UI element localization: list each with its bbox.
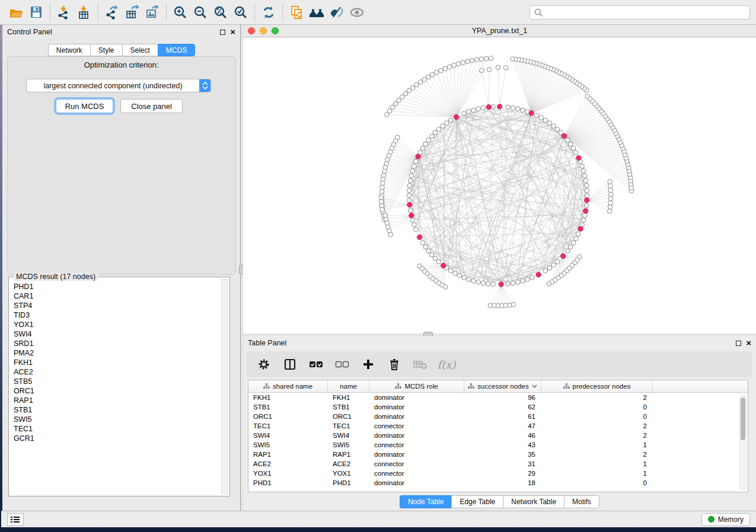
mcds-result-item[interactable]: RAP1	[11, 396, 220, 405]
cell-shared-name: FKH1	[248, 394, 328, 401]
table-row[interactable]: YOX1YOX1connector291	[248, 469, 748, 478]
mcds-result-item[interactable]: CAR1	[11, 291, 220, 301]
table-row[interactable]: ACE2ACE2connector311	[248, 459, 748, 469]
cell-name: ORC1	[328, 413, 369, 420]
delete-column-icon[interactable]	[385, 355, 403, 373]
network-view-canvas[interactable]	[243, 37, 756, 334]
table-row[interactable]: ORC1ORC1dominator610	[248, 412, 748, 421]
table-scrollbar[interactable]	[739, 395, 747, 490]
tab-network-table[interactable]: Network Table	[503, 495, 564, 508]
tab-select[interactable]: Select	[122, 44, 158, 56]
table-row[interactable]: STB1STB1dominator620	[248, 402, 748, 412]
table-row[interactable]: TEC1TEC1connector472	[248, 421, 748, 431]
mcds-result-item[interactable]: TID3	[11, 310, 220, 320]
export-image-icon[interactable]	[142, 3, 162, 22]
search-input[interactable]	[543, 8, 746, 17]
show-columns-icon[interactable]	[281, 355, 299, 373]
cell-successor-nodes: 29	[464, 470, 541, 477]
zoom-fit-icon[interactable]	[210, 3, 231, 22]
tab-mcds[interactable]: MCDS	[158, 44, 195, 56]
mcds-result-item[interactable]: PHD1	[11, 282, 220, 291]
mcds-result-item[interactable]: STP4	[11, 301, 220, 310]
save-icon[interactable]	[26, 3, 46, 22]
mcds-result-item[interactable]: ORC1	[11, 386, 220, 396]
memory-button[interactable]: Memory	[701, 513, 750, 526]
tab-network[interactable]: Network	[48, 44, 90, 56]
open-file-icon[interactable]	[6, 3, 26, 22]
cell-predecessor-nodes: 1	[541, 441, 653, 448]
table-row[interactable]: SWI5SWI5connector431	[248, 440, 748, 450]
mcds-result-item[interactable]: YOX1	[11, 320, 220, 329]
network-window-title: YPA_prune.txt_1	[243, 27, 756, 35]
run-mcds-button[interactable]: Run MCDS	[56, 99, 113, 113]
create-column-icon[interactable]	[359, 355, 377, 373]
export-network-icon[interactable]	[102, 3, 122, 22]
mcds-result-item[interactable]: TEC1	[11, 424, 220, 434]
export-table-icon[interactable]	[122, 3, 142, 22]
mcds-result-item[interactable]: STB5	[11, 377, 220, 386]
zoom-out-icon[interactable]	[190, 3, 210, 22]
table-toolbar: f(x)	[247, 351, 752, 377]
tab-edge-table[interactable]: Edge Table	[451, 495, 503, 508]
share-document-icon[interactable]	[286, 3, 307, 22]
cell-successor-nodes: 46	[464, 432, 541, 439]
tab-node-table[interactable]: Node Table	[400, 495, 452, 508]
float-panel-icon[interactable]	[736, 341, 741, 346]
mcds-result-item[interactable]: SWI4	[11, 329, 220, 339]
table-scrollbar-thumb[interactable]	[741, 398, 745, 440]
column-header-successor-nodes[interactable]: successor nodes	[464, 380, 541, 392]
mcds-list-scrollbar[interactable]	[221, 279, 228, 494]
mcds-result-group: MCDS result (17 nodes) PHD1CAR1STP4TID3Y…	[8, 277, 230, 496]
cell-name: YOX1	[328, 470, 369, 477]
mcds-result-item[interactable]: STB1	[11, 405, 220, 415]
table-settings-icon[interactable]	[255, 355, 273, 373]
cell-name: PHD1	[328, 479, 369, 486]
binoculars-icon[interactable]	[307, 3, 327, 22]
mcds-result-item[interactable]: PMA2	[11, 348, 220, 358]
mcds-result-item[interactable]: SWI5	[11, 415, 220, 424]
mcds-result-item[interactable]: SRD1	[11, 339, 220, 348]
cell-predecessor-nodes: 1	[541, 460, 653, 467]
control-panel-title: Control Panel	[7, 28, 52, 36]
search-box[interactable]	[529, 5, 750, 20]
refresh-icon[interactable]	[259, 3, 279, 22]
close-panel-button[interactable]: Close panel	[120, 99, 183, 113]
table-row[interactable]: FKH1FKH1dominator962	[248, 393, 748, 402]
table-row[interactable]: PHD1PHD1dominator180	[248, 478, 748, 488]
column-header-name[interactable]: name	[328, 380, 369, 392]
mcds-result-item[interactable]: FKH1	[11, 358, 220, 367]
cell-name: SWI5	[328, 441, 369, 448]
mcds-result-item[interactable]: ACE2	[11, 367, 220, 377]
toolbar-separator	[282, 4, 283, 21]
show-graphics-details-icon[interactable]	[347, 3, 367, 22]
toolbar-separator	[166, 4, 167, 21]
optimization-criterion-select[interactable]: largest connected component (undirected)	[26, 79, 211, 92]
cell-shared-name: RAP1	[248, 451, 328, 458]
mcds-result-item[interactable]: GCR1	[11, 434, 220, 443]
memory-status-icon	[708, 516, 714, 523]
select-all-icon[interactable]	[307, 355, 325, 373]
import-table-icon[interactable]	[74, 3, 94, 22]
column-header-MCDS-role[interactable]: MCDS role	[369, 380, 464, 392]
column-header-predecessor-nodes[interactable]: predecessor nodes	[541, 380, 653, 392]
zoom-in-icon[interactable]	[170, 3, 190, 22]
tab-motifs[interactable]: Motifs	[564, 495, 599, 508]
tab-style[interactable]: Style	[90, 44, 122, 56]
hide-graphics-details-icon[interactable]	[327, 3, 347, 22]
float-panel-icon[interactable]	[220, 30, 225, 35]
deselect-all-icon[interactable]	[333, 355, 351, 373]
table-row[interactable]: SWI4SWI4dominator462	[248, 431, 748, 440]
column-header-shared-name[interactable]: shared name	[248, 380, 328, 392]
cell-successor-nodes: 47	[464, 422, 541, 430]
zoom-selected-icon[interactable]	[231, 3, 251, 22]
close-panel-icon[interactable]: ×	[230, 29, 235, 35]
task-manager-button[interactable]	[7, 513, 24, 526]
cell-name: FKH1	[328, 394, 369, 401]
table-row[interactable]: RAP1RAP1dominator352	[248, 450, 748, 459]
import-network-icon[interactable]	[54, 3, 74, 22]
cell-successor-nodes: 35	[464, 451, 541, 458]
cell-shared-name: ACE2	[248, 460, 328, 467]
close-panel-icon[interactable]: ×	[746, 340, 751, 346]
network-window-titlebar[interactable]: YPA_prune.txt_1	[243, 25, 756, 37]
cell-MCDS-role: dominator	[369, 451, 464, 458]
